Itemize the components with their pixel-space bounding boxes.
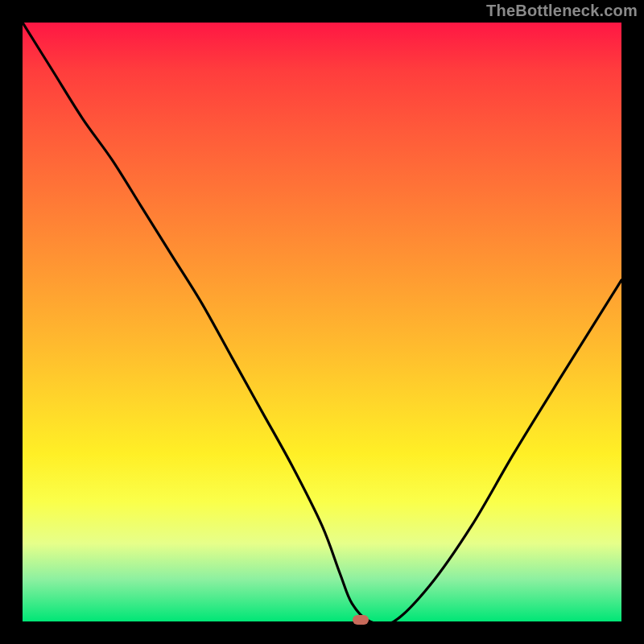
attribution-label: TheBottleneck.com <box>486 2 638 20</box>
curve-path <box>23 23 621 621</box>
optimal-point-marker <box>353 615 369 625</box>
bottleneck-curve <box>23 23 621 621</box>
chart-frame: TheBottleneck.com <box>0 0 644 644</box>
